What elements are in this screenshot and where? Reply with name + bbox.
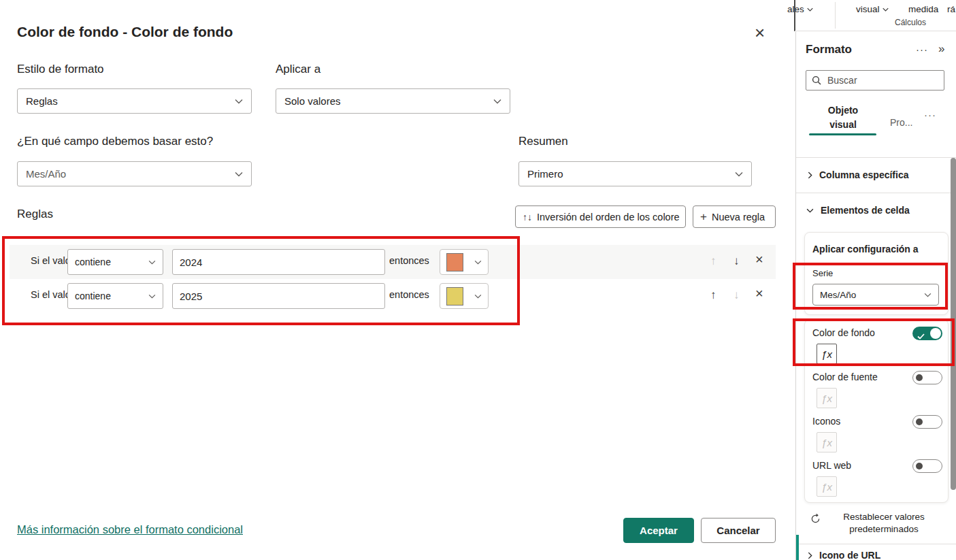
ribbon-group-label: Cálculos [895, 18, 926, 27]
reverse-color-order-button[interactable]: ↑↓ Inversión del orden de los colore [515, 205, 686, 228]
toggle-url-web[interactable] [912, 459, 942, 473]
color-swatch [446, 253, 463, 271]
chevron-down-icon [807, 7, 813, 12]
delete-rule-icon[interactable]: × [755, 254, 763, 265]
color-swatch [446, 287, 463, 306]
fx-button-color-de-fuente: ƒx [817, 388, 837, 408]
toggle-knob [916, 463, 923, 470]
apply-to-dropdown[interactable]: Solo valores [276, 88, 510, 114]
ribbon-dialog-edge [794, 0, 795, 31]
rule-color-picker[interactable] [440, 249, 489, 275]
series-label: Serie [812, 268, 833, 278]
apply-to-value: Solo valores [284, 95, 341, 107]
rule-operator-dropdown[interactable]: contiene [67, 283, 163, 309]
tab-objeto-visual[interactable]: Objeto visual [814, 103, 872, 132]
chevron-down-icon [148, 260, 156, 265]
new-rule-label: Nueva regla [712, 212, 765, 223]
tab-properties[interactable]: Pro... [890, 116, 912, 130]
toggle-label-color-de-fuente: Color de fuente [812, 372, 878, 382]
based-on-dropdown[interactable]: Mes/Año [17, 161, 252, 186]
search-input[interactable] [826, 74, 931, 86]
search-box [806, 70, 944, 90]
pane-title: Formato [806, 43, 852, 56]
ribbon-divider [835, 2, 836, 29]
apply-to-label: Aplicar a [276, 63, 320, 76]
plus-icon: + [700, 210, 707, 224]
fx-button-color-de-fondo[interactable]: ƒx [817, 344, 837, 364]
rule-then-label: entonces [389, 289, 429, 300]
section-icono-de-url[interactable]: Icono de URL [808, 550, 880, 560]
rule-row: Si el valor contiene entonces ↑ ↓ × [10, 245, 776, 279]
cancel-button[interactable]: Cancelar [701, 518, 776, 543]
chevron-down-icon [924, 293, 932, 297]
check-icon [917, 330, 925, 342]
rule-operator-value: contiene [75, 257, 111, 267]
rules-section-label: Reglas [17, 208, 53, 221]
ribbon-item-partial[interactable]: ales [787, 4, 813, 14]
summarization-dropdown[interactable]: Primero [518, 161, 752, 186]
chevron-down-icon [235, 99, 243, 104]
rule-color-picker[interactable] [440, 283, 489, 309]
rule-operator-dropdown[interactable]: contiene [67, 249, 163, 275]
chevron-down-icon [806, 208, 814, 213]
format-style-dropdown[interactable]: Reglas [17, 88, 252, 114]
apply-settings-label: Aplicar configuración a [812, 244, 919, 254]
chevron-down-icon [474, 294, 482, 299]
reset-defaults-label: Restablecer valores predeterminados [833, 511, 935, 536]
section-columna-especifica[interactable]: Columna específica [808, 169, 909, 180]
conditional-format-dialog: Color de fondo - Color de fondo × Estilo… [0, 0, 795, 560]
powerbi-screen: Color de fondo - Color de fondo × Estilo… [0, 0, 956, 560]
collapse-pane-icon[interactable]: » [938, 42, 945, 56]
toggle-color-de-fuente[interactable] [912, 371, 942, 384]
section-label: Columna específica [819, 169, 909, 180]
section-elementos-de-celda[interactable]: Elementos de celda [806, 205, 910, 216]
ribbon-item-medida[interactable]: medida [908, 4, 938, 14]
search-icon [812, 76, 821, 85]
rule-value-input[interactable] [172, 249, 385, 275]
fx-button-url-web: ƒx [817, 476, 837, 497]
series-dropdown[interactable]: Mes/Año [812, 284, 939, 306]
move-down-icon[interactable]: ↓ [734, 255, 740, 267]
close-icon[interactable]: × [755, 26, 765, 39]
section-label: Elementos de celda [821, 205, 910, 216]
section-label: Icono de URL [819, 550, 880, 560]
move-up-icon[interactable]: ↑ [710, 255, 716, 267]
divider [796, 544, 956, 544]
reverse-color-order-label: Inversión del orden de los colore [537, 212, 680, 223]
rule-operator-value: contiene [75, 291, 111, 301]
summarization-label: Resumen [518, 135, 568, 148]
ribbon-item-clipped[interactable]: rá [947, 4, 955, 14]
move-up-icon[interactable]: ↑ [710, 289, 716, 301]
ribbon-fragment: ales visual medida rá Cálculos [781, 0, 956, 31]
chevron-down-icon [735, 171, 743, 177]
rule-then-label: entonces [389, 255, 429, 266]
rule-value-input[interactable] [172, 283, 385, 309]
active-tab-underline [809, 133, 876, 135]
toggle-color-de-fondo[interactable] [912, 327, 942, 340]
new-rule-button[interactable]: + Nueva regla [693, 205, 776, 228]
chevron-down-icon [493, 99, 501, 104]
delete-rule-icon[interactable]: × [755, 288, 763, 299]
fx-button-iconos: ƒx [817, 432, 837, 452]
rule-row: Si el valor contiene entonces ↑ ↓ × [10, 279, 776, 313]
chevron-right-icon [808, 171, 812, 179]
toggle-iconos[interactable] [912, 415, 942, 429]
tab-overflow-icon[interactable]: ··· [924, 109, 936, 120]
reset-icon [810, 514, 821, 527]
ribbon-item-visual[interactable]: visual [856, 4, 889, 14]
format-pane: Formato ··· » Objeto visual Pro... ··· C… [795, 31, 956, 560]
learn-more-link[interactable]: Más información sobre el formato condici… [17, 523, 243, 536]
move-down-icon[interactable]: ↓ [734, 289, 740, 301]
format-style-value: Reglas [26, 95, 58, 107]
toggle-label-iconos: Iconos [812, 416, 840, 427]
based-on-label: ¿En qué campo debemos basar esto? [17, 135, 213, 148]
divider [796, 193, 956, 193]
dialog-title: Color de fondo - Color de fondo [17, 24, 233, 40]
accept-button[interactable]: Aceptar [623, 518, 694, 543]
based-on-value: Mes/Año [26, 168, 66, 180]
more-options-icon[interactable]: ··· [916, 44, 928, 55]
toggle-label-color-de-fondo: Color de fondo [812, 327, 875, 338]
chevron-down-icon [883, 7, 889, 12]
reset-defaults-button[interactable]: Restablecer valores predeterminados [804, 506, 949, 542]
pane-scrollbar-thumb[interactable] [951, 158, 956, 490]
